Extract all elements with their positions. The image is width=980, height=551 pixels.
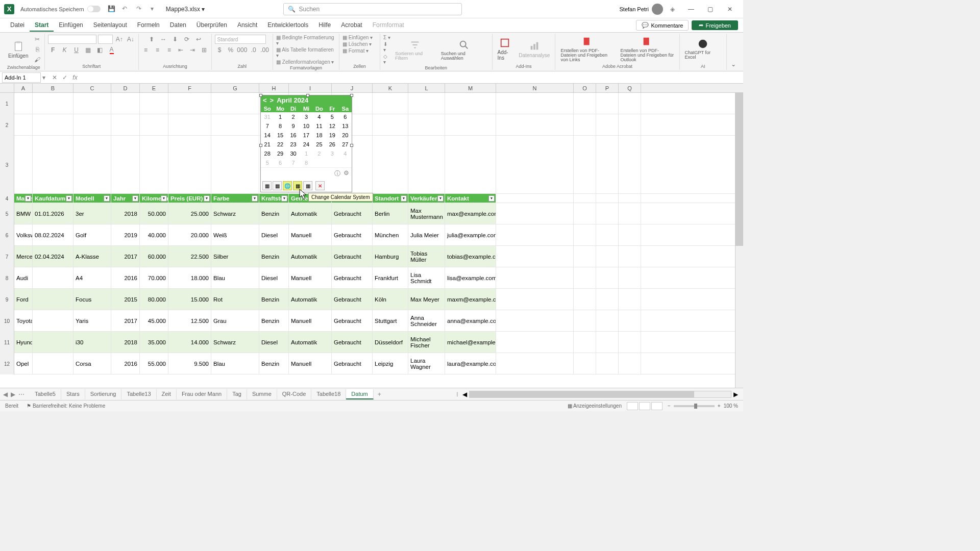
table-cell[interactable]: A4: [74, 267, 111, 288]
table-cell[interactable]: 01.01.2026: [33, 203, 74, 224]
table-cell[interactable]: Düsseldorf: [373, 332, 408, 353]
cell[interactable]: [33, 114, 74, 135]
toggle-icon[interactable]: [87, 6, 101, 12]
table-cell[interactable]: [33, 289, 74, 310]
cell[interactable]: [211, 136, 259, 193]
table-cell[interactable]: max@example.com: [445, 203, 496, 224]
insert-cells-button[interactable]: ▦ Einfügen ▾: [342, 35, 373, 40]
redo-icon[interactable]: ↷: [136, 5, 144, 13]
sheet-tab[interactable]: Sortierung: [85, 389, 122, 399]
table-cell[interactable]: Schwarz: [211, 332, 259, 353]
calendar-day[interactable]: 8: [274, 121, 286, 131]
table-cell[interactable]: Benzin: [259, 246, 289, 267]
sheet-tab[interactable]: Frau oder Mann: [177, 389, 227, 399]
font-name-combo[interactable]: [48, 35, 97, 44]
table-cell[interactable]: A-Klasse: [74, 246, 111, 267]
number-format-combo[interactable]: Standard: [215, 35, 266, 44]
calendar-day[interactable]: 31: [261, 112, 274, 121]
cancel-formula-icon[interactable]: ✕: [50, 73, 59, 82]
row-header[interactable]: 3: [0, 136, 14, 194]
table-cell[interactable]: Berlin: [373, 203, 408, 224]
table-cell[interactable]: Manuell: [289, 353, 332, 374]
table-cell[interactable]: 2016: [111, 267, 140, 288]
table-cell[interactable]: 08.02.2024: [33, 224, 74, 245]
calendar-day[interactable]: 28: [261, 149, 274, 158]
table-cell[interactable]: 12.500: [168, 310, 211, 331]
calendar-day[interactable]: 17: [300, 131, 312, 140]
cell[interactable]: [111, 136, 140, 193]
filter-arrow-icon[interactable]: ▼: [204, 195, 210, 202]
maximize-button[interactable]: ▢: [701, 2, 720, 16]
row-header[interactable]: 7: [0, 246, 14, 267]
table-cell[interactable]: Lisa Schmidt: [408, 267, 445, 288]
column-header[interactable]: I: [289, 84, 332, 92]
align-top-icon[interactable]: ⬆: [146, 35, 157, 44]
table-cell[interactable]: Benzin: [259, 310, 289, 331]
cell[interactable]: [496, 114, 574, 135]
calendar-day[interactable]: 22: [274, 140, 286, 149]
align-center-icon[interactable]: ≡: [152, 45, 162, 55]
table-cell[interactable]: Gebraucht: [332, 267, 373, 288]
undo-icon[interactable]: ↶: [122, 5, 130, 13]
calendar-prev-button[interactable]: <: [263, 96, 267, 104]
create-pdf-outlook-button[interactable]: Erstellen von PDF-Dateien und Freigeben …: [618, 35, 676, 63]
sheet-tab[interactable]: Zeit: [157, 389, 177, 399]
format-as-table-button[interactable]: ▦ Als Tabelle formatieren ▾: [276, 47, 336, 58]
user-account[interactable]: Stefan Petri: [620, 4, 663, 15]
table-header[interactable]: Kontakt▼: [445, 194, 496, 203]
search-input[interactable]: 🔍 Suchen: [283, 3, 462, 15]
column-header[interactable]: H: [259, 84, 289, 92]
table-cell[interactable]: maxm@example.com: [445, 289, 496, 310]
table-cell[interactable]: München: [373, 224, 408, 245]
calendar-day[interactable]: 3: [326, 149, 338, 158]
align-left-icon[interactable]: ≡: [140, 45, 151, 55]
save-icon[interactable]: 💾: [108, 5, 116, 13]
italic-icon[interactable]: K: [60, 45, 70, 55]
table-cell[interactable]: Schwarz: [211, 203, 259, 224]
table-cell[interactable]: Tobias Müller: [408, 246, 445, 267]
cell[interactable]: [596, 93, 619, 114]
table-cell[interactable]: anna@example.com: [445, 310, 496, 331]
cell[interactable]: [496, 136, 574, 193]
table-cell[interactable]: Laura Wagner: [408, 353, 445, 374]
page-layout-view-icon[interactable]: [639, 402, 650, 410]
table-header[interactable]: Modell▼: [74, 194, 111, 203]
table-cell[interactable]: Automatik: [289, 203, 332, 224]
cell[interactable]: [140, 136, 168, 193]
sheet-tab[interactable]: Stars: [61, 389, 85, 399]
table-cell[interactable]: Gebraucht: [332, 246, 373, 267]
calendar-day[interactable]: 18: [313, 131, 326, 140]
cell[interactable]: [74, 93, 111, 114]
sheet-tab[interactable]: Summe: [247, 389, 277, 399]
sheet-nav-prev-icon[interactable]: ◀: [3, 391, 8, 398]
cell[interactable]: [168, 114, 211, 135]
table-cell[interactable]: Opel: [14, 353, 33, 374]
column-header[interactable]: C: [74, 84, 111, 92]
calendar-settings-icon[interactable]: ⚙: [344, 169, 349, 178]
table-cell[interactable]: Rot: [211, 289, 259, 310]
table-cell[interactable]: Köln: [373, 289, 408, 310]
cell[interactable]: [140, 114, 168, 135]
tab-einfügen[interactable]: Einfügen: [54, 19, 88, 32]
cell[interactable]: [111, 114, 140, 135]
table-cell[interactable]: tobias@example.com: [445, 246, 496, 267]
close-button[interactable]: ✕: [721, 2, 739, 16]
calendar-tool-5[interactable]: ▦: [303, 181, 312, 190]
column-header[interactable]: P: [596, 84, 619, 92]
column-header[interactable]: Q: [619, 84, 641, 92]
cell[interactable]: [373, 93, 408, 114]
cell[interactable]: [373, 114, 408, 135]
zoom-level[interactable]: 100 %: [724, 403, 738, 409]
cell[interactable]: [211, 93, 259, 114]
table-cell[interactable]: Manuell: [289, 224, 332, 245]
zoom-slider[interactable]: [674, 405, 715, 407]
row-header[interactable]: 6: [0, 224, 14, 246]
table-cell[interactable]: Grau: [211, 310, 259, 331]
row-header[interactable]: 4: [0, 194, 14, 203]
calendar-day[interactable]: 4: [313, 112, 326, 121]
table-cell[interactable]: Leipzig: [373, 353, 408, 374]
copy-icon[interactable]: ⎘: [32, 45, 42, 54]
cell[interactable]: [619, 114, 641, 135]
cut-icon[interactable]: ✂: [32, 35, 42, 44]
calendar-day[interactable]: 7: [261, 121, 274, 131]
